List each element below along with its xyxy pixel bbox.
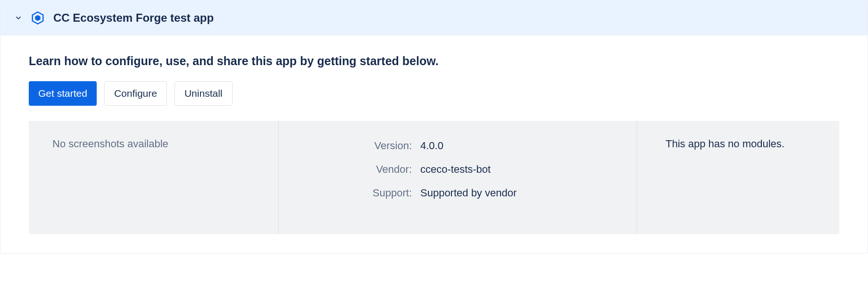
uninstall-button[interactable]: Uninstall (175, 81, 233, 106)
vendor-row: Vendor: cceco-tests-bot (302, 163, 613, 176)
configure-button[interactable]: Configure (104, 81, 167, 106)
app-icon (31, 11, 45, 25)
get-started-button[interactable]: Get started (29, 81, 97, 106)
screenshots-empty-text: No screenshots available (52, 138, 255, 150)
version-value: 4.0.0 (420, 140, 443, 152)
details-column: Version: 4.0.0 Vendor: cceco-tests-bot S… (279, 121, 637, 234)
app-header[interactable]: CC Ecosystem Forge test app (0, 0, 868, 35)
details-panel: No screenshots available Version: 4.0.0 … (29, 121, 839, 234)
version-row: Version: 4.0.0 (302, 140, 613, 152)
svg-marker-1 (35, 15, 40, 21)
screenshots-column: No screenshots available (29, 121, 279, 234)
button-row: Get started Configure Uninstall (29, 81, 839, 106)
app-card: CC Ecosystem Forge test app Learn how to… (0, 0, 868, 253)
support-row: Support: Supported by vendor (302, 187, 613, 199)
app-title: CC Ecosystem Forge test app (53, 11, 214, 25)
support-value: Supported by vendor (420, 187, 517, 199)
chevron-down-icon[interactable] (15, 14, 22, 22)
intro-text: Learn how to configure, use, and share t… (29, 54, 839, 68)
support-label: Support: (302, 187, 420, 199)
vendor-label: Vendor: (302, 163, 420, 176)
version-label: Version: (302, 140, 420, 152)
modules-empty-text: This app has no modules. (666, 138, 816, 150)
app-body: Learn how to configure, use, and share t… (0, 35, 868, 253)
vendor-value: cceco-tests-bot (420, 163, 491, 176)
modules-column: This app has no modules. (637, 121, 839, 234)
